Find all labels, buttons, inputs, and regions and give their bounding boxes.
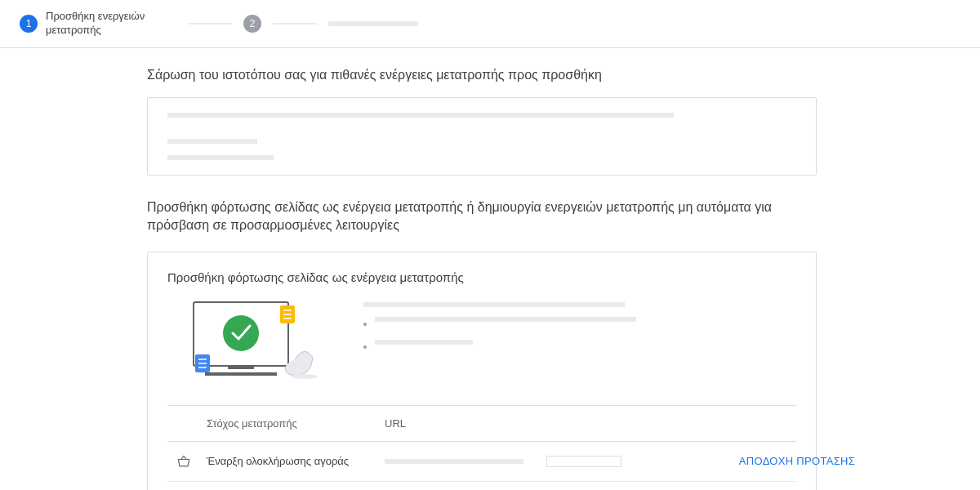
bullet-placeholder [375, 340, 473, 345]
value-placeholder [546, 456, 621, 467]
scan-placeholder-line [167, 155, 274, 160]
bullet-placeholder [375, 317, 636, 322]
monitor-illustration [167, 299, 331, 389]
basket-icon [167, 453, 200, 470]
scan-placeholder-line [167, 113, 674, 118]
bullet-placeholder [363, 302, 625, 307]
step-connector-2 [273, 23, 317, 24]
scan-title: Σάρωση του ιστοτόπου σας για πιθανές ενέ… [147, 68, 817, 82]
stepper: 1 Προσθήκη ενεργειών μετατροπής 2 [0, 0, 980, 48]
svg-rect-2 [205, 372, 277, 376]
row-label: Έναρξη ολοκλήρωσης αγοράς [207, 455, 378, 467]
svg-rect-1 [228, 366, 254, 369]
step-1-label: Προσθήκη ενεργειών μετατροπής [46, 10, 176, 38]
illustration-bullets [363, 299, 636, 363]
accept-suggestion-button[interactable]: ΑΠΟΔΟΧΗ ΠΡΟΤΑΣΗΣ [716, 455, 855, 467]
scan-card [147, 97, 817, 176]
col-goal: Στόχος μετατροπής [207, 417, 378, 430]
table-row: Έναρξη ολοκλήρωσης αγοράς ΑΠΟΔΟΧΗ ΠΡΟΤΑΣ… [167, 442, 796, 482]
step-connector [188, 23, 232, 24]
card-illustration-row [148, 299, 816, 405]
step-number-1: 1 [20, 15, 38, 33]
section-subhead: Προσθήκη φόρτωσης σελίδας ως ενέργεια με… [147, 198, 800, 235]
step-1[interactable]: 1 Προσθήκη ενεργειών μετατροπής [20, 10, 176, 38]
table-row: Προβολή σελίδας ΑΠΟΔΟΧΗ ΠΡΟΤΑΣΗΣ [167, 482, 796, 490]
step-number-2: 2 [243, 15, 261, 33]
main-content: Σάρωση του ιστοτόπου σας για πιθανές ενέ… [0, 48, 817, 490]
suggestions-table: Στόχος μετατροπής URL Έναρξη ολοκλήρωσης… [167, 405, 796, 490]
table-header: Στόχος μετατροπής URL [167, 406, 796, 442]
svg-point-12 [292, 374, 318, 379]
page-load-card: Προσθήκη φόρτωσης σελίδας ως ενέργεια με… [147, 252, 817, 490]
col-url: URL [385, 417, 540, 430]
url-placeholder [385, 459, 523, 464]
scan-placeholder-line [167, 139, 257, 144]
svg-point-3 [223, 315, 259, 351]
card-title: Προσθήκη φόρτωσης σελίδας ως ενέργεια με… [148, 270, 816, 299]
step-2-label-placeholder [328, 21, 418, 26]
step-2[interactable]: 2 [243, 15, 261, 33]
